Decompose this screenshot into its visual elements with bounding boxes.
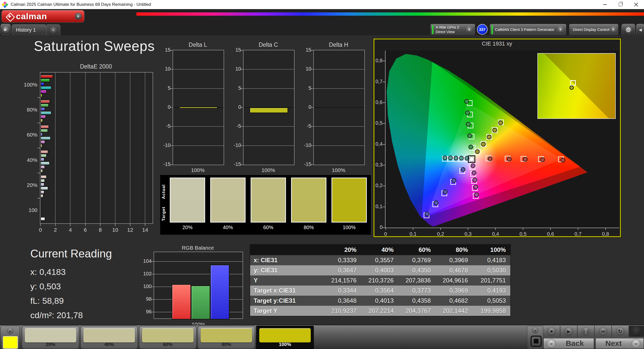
- y-tick-label: 0,2: [371, 183, 383, 188]
- y-group-label: 20%: [17, 182, 37, 188]
- table-cell: 201,7751: [472, 275, 510, 286]
- deltae-bar-80%-2: [40, 107, 45, 111]
- x-tick-label: 0,8: [599, 231, 612, 237]
- pattern-button-40%[interactable]: 40%: [80, 326, 138, 349]
- range-button[interactable]: [··]: [578, 326, 595, 337]
- bottom-bar: ▲ 20%40%60%80%100% ▲ ■▶[··]∞↻ « Back Nex…: [0, 325, 644, 349]
- collapse-panel-button[interactable]: ◀: [636, 24, 644, 36]
- current-reading-x: x: 0,4183: [30, 267, 66, 277]
- table-row: y: CIE310,36470,40030,43500,46780,5030: [250, 265, 510, 275]
- measured-marker-red: [507, 157, 511, 161]
- settings-button[interactable]: ⚙: [622, 24, 635, 36]
- y-tick-label: 0,6: [371, 99, 383, 105]
- table-header-row: 20%40%60%80%100%: [250, 245, 510, 255]
- meter-dropdown[interactable]: X-Rite i1Pro 2 Direct View ▼: [430, 24, 475, 35]
- x-tick: [100, 224, 101, 226]
- pattern-generator-dropdown[interactable]: CalMAN Client 3 Pattern Generator ▼: [490, 24, 566, 35]
- refresh-button[interactable]: ↻: [612, 326, 629, 337]
- status-tile: [629, 326, 644, 337]
- table-cell: 210,3726: [361, 275, 398, 286]
- table-cell: 0,3969: [435, 255, 472, 265]
- refresh-icon: ↻: [616, 327, 625, 336]
- current-pattern-swatch[interactable]: [3, 336, 18, 349]
- table-cell: 202,1442: [435, 306, 472, 316]
- meter-count-badge[interactable]: 237: [477, 24, 488, 35]
- table-row-label: Target Y: [250, 306, 324, 316]
- loop-infinite-button[interactable]: ∞: [595, 326, 612, 337]
- expand-up-button[interactable]: ▲: [532, 327, 538, 334]
- table-cell: 207,2214: [361, 306, 398, 316]
- restore-button[interactable]: [613, 0, 628, 9]
- measured-marker-yellow: [498, 121, 503, 125]
- x-tick: [145, 224, 145, 226]
- x-tick: [70, 224, 70, 226]
- add-tab-button[interactable]: +: [46, 24, 60, 36]
- stop-button[interactable]: ■: [543, 326, 560, 337]
- y-tick: [37, 148, 40, 148]
- y-tick: [383, 165, 385, 165]
- deltae-bar-20%-3: [40, 186, 48, 190]
- x-tick-label: 8: [95, 227, 105, 233]
- next-button[interactable]: Next »: [595, 338, 644, 349]
- cie-panel: CIE 1931 xy 000,10,10,20,20,30,30,40,40,…: [373, 38, 621, 237]
- table-cell: 0,4183: [472, 255, 510, 265]
- gridline: [244, 126, 294, 127]
- swatch-100%: [331, 178, 367, 223]
- rgb-bar-blue: [210, 265, 229, 319]
- deltae-bar-80%-4: [40, 115, 46, 119]
- y-tick: [383, 144, 385, 145]
- table-row: Target x:CIE310,33440,35640,37730,39690,…: [250, 286, 510, 296]
- deltae-bar-60%-3: [40, 136, 51, 140]
- close-button[interactable]: [628, 0, 644, 9]
- table-cell: 204,9616: [435, 275, 472, 286]
- expand-menu-button[interactable]: ▶: [1, 24, 11, 35]
- pattern-swatch: [201, 328, 252, 342]
- table-cell: 0,4350: [398, 265, 435, 275]
- titlebar: Calman 2025 Calman Ultimate for Business…: [0, 0, 644, 9]
- table-row: Y214,1576210,3726207,3836204,9616201,775…: [250, 275, 510, 286]
- deltae-bar-20%-0: [40, 175, 47, 179]
- minimize-button[interactable]: [597, 0, 613, 9]
- delta_l-chart: 151050-5-10-15: [173, 50, 224, 165]
- delta_h-chart: 151050-5-10-15: [313, 50, 365, 165]
- tab-history-1[interactable]: History 1: [12, 24, 46, 35]
- y-tick-label: 98: [140, 296, 152, 302]
- table-cell: 0,3969: [435, 286, 472, 296]
- chevron-down-icon: ▼: [465, 26, 473, 33]
- gridline: [314, 88, 364, 89]
- measured-marker-red: [488, 157, 492, 161]
- measured-marker-blue: [443, 190, 447, 194]
- calman-menu-button[interactable]: calman ▼: [2, 10, 84, 23]
- pattern-button-100%[interactable]: 100%: [256, 326, 314, 349]
- deltae-chart: 02468101214100%80%60%40%20%100: [40, 72, 153, 224]
- table-cell: 0,3564: [361, 286, 398, 296]
- pattern-button-80%[interactable]: 80%: [198, 326, 255, 349]
- measured-marker-yellow: [475, 150, 479, 154]
- measured-marker-yellow: [481, 142, 485, 146]
- target-row-label: Target: [161, 202, 167, 226]
- y-tick-label: 0,4: [371, 141, 383, 147]
- x-tick-label: 2: [50, 227, 60, 233]
- gridline: [314, 69, 364, 70]
- current-reading-cd/m²: cd/m²: 201,78: [30, 310, 83, 320]
- table-header-cell: 20%: [324, 245, 361, 255]
- table-cell: 210,9237: [324, 306, 361, 316]
- display-control-dropdown[interactable]: Direct Display Control ▼: [569, 24, 618, 35]
- back-button[interactable]: « Back: [543, 338, 594, 349]
- expand-up-button[interactable]: ▲: [7, 328, 13, 334]
- y-tick-label: 15: [160, 47, 171, 53]
- pattern-button-60%[interactable]: 60%: [139, 326, 197, 349]
- y-tick: [383, 61, 385, 61]
- pattern-button-20%[interactable]: 20%: [22, 326, 79, 349]
- pattern-window-button[interactable]: [531, 336, 542, 347]
- y-tick: [383, 186, 385, 186]
- y-tick: [37, 173, 40, 173]
- deltae-bar-40%-2: [40, 158, 44, 161]
- x-tick-label: 0: [379, 231, 392, 237]
- play-button[interactable]: ▶: [560, 326, 578, 337]
- calman-logo-icon: [5, 12, 14, 21]
- measured-marker-magenta: [471, 164, 475, 168]
- y-tick: [383, 227, 385, 228]
- deltae-bar-100%-0: [40, 75, 53, 78]
- chevron-down-icon: ▼: [75, 13, 82, 20]
